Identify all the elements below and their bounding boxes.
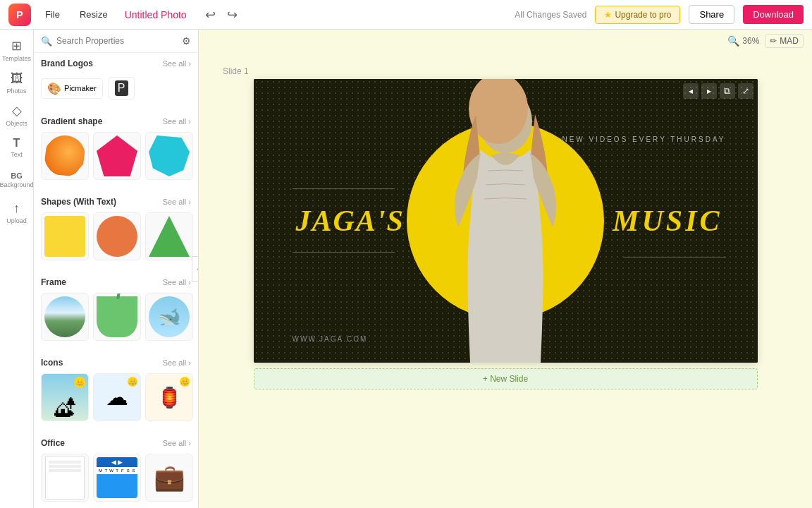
picmaker-logo[interactable]: 🎨 Picmaker [41, 78, 103, 99]
slide-expand-btn[interactable]: ⤢ [738, 83, 753, 99]
whale-frame[interactable]: 🐋 [145, 293, 193, 341]
mad-badge[interactable]: ✏ MAD [765, 34, 804, 48]
panel-collapse-button[interactable]: ‹ [192, 256, 199, 282]
calendar-item[interactable]: ◀ ▶ M T W T F S S [93, 454, 141, 502]
doc-line-1 [49, 461, 81, 464]
cloud-icon-item[interactable]: 👑 ☁ [93, 373, 141, 421]
sidebar-item-templates[interactable]: ⊞ Templates [2, 35, 32, 65]
crown-badge-2: 👑 [128, 377, 137, 387]
person-silhouette[interactable] [417, 79, 593, 363]
crown-badge-3: 👑 [180, 377, 190, 387]
filter-icon[interactable]: ⚙ [182, 35, 191, 47]
crown-badge: 👑 [74, 377, 85, 388]
green-triangle-shape[interactable] [145, 212, 193, 260]
document-title[interactable]: Untitled Photo [125, 9, 187, 20]
doc-line-2 [49, 465, 81, 468]
sidebar-item-text[interactable]: T Text [2, 133, 32, 162]
share-button[interactable]: Share [689, 5, 734, 24]
icons-row: 👑 🏕 👑 ☁ 👑 🏮 [41, 373, 191, 421]
apple-stem [116, 293, 121, 299]
landscape-emoji: 🏕 [54, 397, 75, 421]
brand-logos-title: Brand Logos [41, 59, 93, 68]
teal-blob-shape [149, 135, 190, 176]
office-section: Office See all › ◀ ▶ [34, 433, 198, 508]
cal-day: T [104, 468, 109, 473]
briefcase-container: 💼 [149, 457, 190, 498]
office-see-all[interactable]: See all › [163, 439, 191, 447]
star-icon: ★ [604, 10, 612, 20]
icons-title: Icons [41, 358, 63, 368]
sidebar-item-background[interactable]: BG Background [2, 165, 32, 195]
lantern-icon-item[interactable]: 👑 🏮 [145, 373, 193, 421]
text-label: Text [11, 151, 23, 158]
apple-frame[interactable] [93, 293, 141, 341]
slide-label: Slide 1 [220, 66, 249, 76]
redo-button[interactable]: ↪ [223, 6, 242, 24]
save-status: All Changes Saved [515, 10, 586, 20]
frame-section: Frame See all › 🐋 [34, 272, 198, 349]
briefcase-item[interactable]: 💼 [145, 454, 193, 502]
new-slide-button[interactable]: + New Slide [254, 368, 758, 389]
icons-see-all[interactable]: See all › [163, 358, 191, 367]
gradient-shape-pink[interactable] [93, 132, 141, 180]
download-button[interactable]: Download [743, 5, 804, 24]
www-text[interactable]: WWW.JAGA.COM [293, 335, 368, 343]
upgrade-button[interactable]: ★ Upgrade to pro [595, 6, 680, 24]
cal-header-text: ◀ ▶ [111, 459, 123, 466]
cal-day: W [109, 468, 114, 473]
mountains-frame[interactable] [41, 293, 89, 341]
slide-container[interactable]: ◂ ▸ ⧉ ⤢ [254, 79, 758, 363]
shapes-with-text-section: Shapes (With Text) See all › [34, 191, 198, 269]
templates-icon: ⊞ [11, 38, 22, 54]
slide-next-btn[interactable]: ▸ [701, 83, 717, 99]
landscape-icon-item[interactable]: 👑 🏕 [41, 373, 89, 421]
brand-logos-see-all[interactable]: See all › [163, 59, 191, 68]
apple-shape [97, 296, 137, 337]
picmaker-icon: 🎨 [47, 82, 61, 95]
undo-redo-group: ↩ ↪ [201, 6, 242, 24]
yellow-square-shape[interactable] [41, 212, 89, 260]
upload-icon: ↑ [13, 201, 20, 216]
gradient-shape-section: Gradient shape See all › [34, 111, 198, 188]
gradient-shape-see-all[interactable]: See all › [163, 117, 191, 126]
gradient-shape-teal[interactable] [145, 132, 193, 180]
canvas-area: 🔍 36% ✏ MAD Slide 1 ◂ ▸ ⧉ ⤢ [199, 30, 812, 508]
canvas-scroll[interactable]: Slide 1 ◂ ▸ ⧉ ⤢ [199, 52, 812, 508]
mad-label: MAD [780, 36, 799, 46]
shapes-text-see-all[interactable]: See all › [163, 198, 191, 206]
jaga-top-line [293, 188, 395, 189]
cal-day: T [115, 468, 120, 473]
whale-icon: 🐋 [158, 306, 180, 328]
whale-shape: 🐋 [149, 296, 190, 337]
pm2-logo[interactable]: P [109, 77, 135, 99]
slide-canvas[interactable]: JAGA'S NEW VIDEOS EVERY THURSDAY MUSIC W… [254, 79, 758, 363]
pencil-icon: ✏ [770, 36, 777, 46]
office-title: Office [41, 438, 65, 448]
orange-circle-shape[interactable] [93, 212, 141, 260]
frame-see-all[interactable]: See all › [163, 278, 191, 286]
sidebar-item-photos[interactable]: 🖼 Photos [2, 68, 32, 97]
jaga-text[interactable]: JAGA'S [296, 204, 405, 238]
cloud-emoji: ☁ [106, 384, 128, 411]
photos-label: Photos [6, 87, 26, 95]
zoom-level[interactable]: 36% [742, 36, 759, 46]
sidebar-item-upload[interactable]: ↑ Upload [2, 198, 32, 227]
pm2-icon: P [115, 80, 128, 96]
slide-copy-btn[interactable]: ⧉ [720, 83, 735, 99]
gradient-shape-orange[interactable] [41, 132, 89, 180]
blank-doc-item[interactable] [41, 454, 89, 502]
templates-label: Templates [2, 55, 31, 62]
nav-file[interactable]: File [39, 6, 66, 23]
sidebar-item-objects[interactable]: ◇ Objects [2, 100, 32, 130]
cal-grid: M T W T F S S [97, 467, 137, 474]
shapes-text-title: Shapes (With Text) [41, 197, 116, 207]
nav-resize[interactable]: Resize [74, 6, 113, 23]
undo-button[interactable]: ↩ [201, 6, 220, 24]
search-input[interactable] [56, 36, 178, 46]
jaga-bottom-line [293, 252, 395, 253]
picmaker-label: Picmaker [64, 84, 97, 92]
upgrade-label: Upgrade to pro [615, 10, 671, 20]
gradient-shapes-row [41, 132, 191, 180]
music-text[interactable]: MUSIC [613, 204, 722, 238]
slide-prev-btn[interactable]: ◂ [683, 83, 699, 99]
